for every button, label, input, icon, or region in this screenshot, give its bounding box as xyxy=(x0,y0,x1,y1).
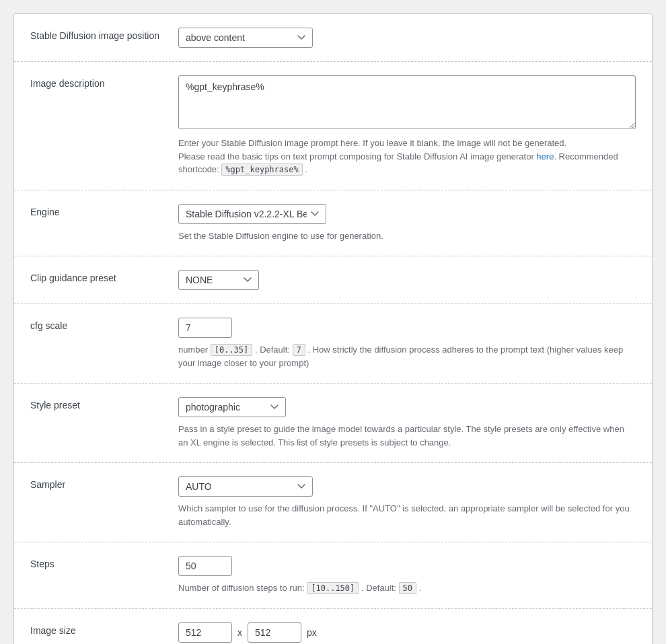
style-preset-select[interactable]: photographic analog-film anime cinematic… xyxy=(178,397,286,417)
clip-guidance-label: Clip guidance preset xyxy=(30,270,178,283)
engine-row: Engine Stable Diffusion v2.2.2-XL Beta S… xyxy=(14,190,652,257)
steps-range-inline: [10..150] xyxy=(307,582,359,594)
engine-control: Stable Diffusion v2.2.2-XL Beta Stable D… xyxy=(178,204,636,243)
style-preset-description: Pass in a style preset to guide the imag… xyxy=(178,423,636,449)
cfg-scale-input[interactable] xyxy=(178,318,232,338)
image-position-row: Stable Diffusion image position above co… xyxy=(14,14,652,62)
steps-description: Number of diffusion steps to run: [10..1… xyxy=(178,581,636,595)
image-description-control: %gpt_keyphrase% Enter your Stable Diffus… xyxy=(178,75,636,176)
image-description-text: Enter your Stable Diffusion image prompt… xyxy=(178,137,636,176)
style-preset-label: Style preset xyxy=(30,397,178,410)
image-position-select[interactable]: above content below content before post … xyxy=(178,28,313,48)
cfg-default-inline: 7 xyxy=(293,344,305,356)
sampler-select[interactable]: AUTO DDIM DDPM K_DPMPP_2M K_DPMPP_2S_ANC… xyxy=(178,476,313,497)
image-size-control: x px Width [512..2048] and height [512..… xyxy=(178,622,636,645)
image-position-control: above content below content before post … xyxy=(178,28,636,48)
engine-label: Engine xyxy=(30,204,178,217)
image-description-row: Image description %gpt_keyphrase% Enter … xyxy=(14,62,652,190)
cfg-scale-label: cfg scale xyxy=(30,318,178,331)
steps-input[interactable] xyxy=(178,556,232,576)
style-preset-control: photographic analog-film anime cinematic… xyxy=(178,397,636,449)
sampler-control: AUTO DDIM DDPM K_DPMPP_2M K_DPMPP_2S_ANC… xyxy=(178,476,636,528)
sampler-row: Sampler AUTO DDIM DDPM K_DPMPP_2M K_DPMP… xyxy=(14,463,652,542)
sampler-description: Which sampler to use for the diffusion p… xyxy=(178,502,636,528)
clip-guidance-row: Clip guidance preset NONE FAST_BLUE FAST… xyxy=(14,256,652,304)
sampler-label: Sampler xyxy=(30,476,178,490)
image-description-label: Image description xyxy=(30,75,178,89)
steps-control: Number of diffusion steps to run: [10..1… xyxy=(178,556,636,595)
image-position-label: Stable Diffusion image position xyxy=(30,28,178,41)
style-preset-row: Style preset photographic analog-film an… xyxy=(14,384,652,463)
clip-guidance-control: NONE FAST_BLUE FAST_GREEN SIMPLE SLOW SL… xyxy=(178,270,636,290)
cfg-scale-description: number [0..35] . Default: 7 . How strict… xyxy=(178,343,636,369)
size-inputs-group: x px xyxy=(178,622,636,643)
image-description-link[interactable]: here xyxy=(536,151,554,162)
steps-row: Steps Number of diffusion steps to run: … xyxy=(14,542,652,609)
steps-label: Steps xyxy=(30,556,178,569)
image-height-input[interactable] xyxy=(248,622,301,643)
image-size-label: Image size xyxy=(30,622,178,636)
cfg-scale-control: number [0..35] . Default: 7 . How strict… xyxy=(178,318,636,369)
image-description-textarea[interactable]: %gpt_keyphrase% xyxy=(178,75,636,129)
shortcode-inline: %gpt_keyphrase% xyxy=(221,164,302,176)
settings-container: Stable Diffusion image position above co… xyxy=(13,13,653,644)
steps-default-inline: 50 xyxy=(399,582,416,594)
size-separator: x xyxy=(237,627,242,638)
cfg-range-inline: [0..35] xyxy=(211,344,253,356)
engine-select[interactable]: Stable Diffusion v2.2.2-XL Beta Stable D… xyxy=(178,204,326,224)
clip-guidance-select[interactable]: NONE FAST_BLUE FAST_GREEN SIMPLE SLOW SL… xyxy=(178,270,259,290)
image-size-row: Image size x px Width [512..2048] and he… xyxy=(14,609,652,645)
size-unit: px xyxy=(307,627,317,638)
cfg-scale-row: cfg scale number [0..35] . Default: 7 . … xyxy=(14,304,652,384)
engine-description: Set the Stable Diffusion engine to use f… xyxy=(178,229,636,243)
image-width-input[interactable] xyxy=(178,622,232,643)
